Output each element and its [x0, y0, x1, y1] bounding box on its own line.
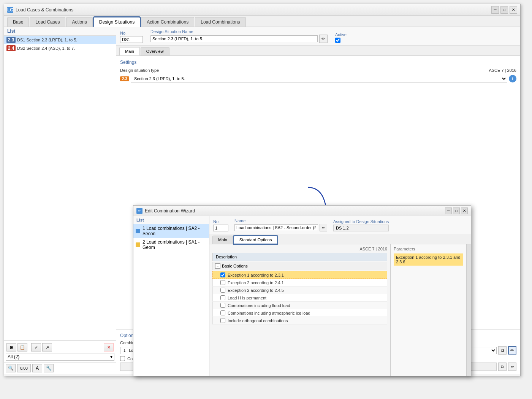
window-title: Load Cases & Combinations [16, 7, 73, 13]
option-row-4: Combinations including flood load [212, 302, 387, 309]
tab-load-combinations[interactable]: Load Combinations [195, 17, 245, 27]
no-input[interactable] [120, 36, 143, 43]
edit-icon: ✏ [510, 348, 514, 353]
list-item-ds1[interactable]: 2.3 DS1 Section 2.3 (LRFD), 1. to 5. [4, 36, 116, 44]
no-field: No. [120, 31, 143, 43]
dialog-no-label: No. [213, 219, 228, 224]
ds-badge: 2.3 [120, 76, 129, 81]
option-row-1: Exception 2 according to 2.4.1 [212, 279, 387, 287]
dialog-right-panel: No. Name ✏ Assigned to Design Situations… [209, 216, 471, 376]
option-row-3: Load H is permanent [212, 294, 387, 302]
option-checkbox-0[interactable] [220, 272, 225, 277]
dialog-tab-main[interactable]: Main [212, 236, 233, 244]
lower-copy-btn[interactable]: ⧉ [498, 363, 507, 371]
main-tab-bar: Base Load Cases Actions Design Situation… [4, 16, 520, 27]
design-type-dropdown-row: 2.3 Section 2.3 (LRFD), 1. to 5. i [120, 75, 516, 82]
list-header: List [4, 27, 116, 36]
tab-actions[interactable]: Actions [66, 17, 92, 27]
design-type-label: Design situation type [120, 68, 159, 73]
dialog-controls: ─ □ ✕ [445, 207, 468, 214]
dialog-no-field: No. [213, 219, 228, 231]
bottom-toolbar: 🔍 0.00 A 🔧 [4, 362, 116, 374]
active-checkbox[interactable] [335, 38, 340, 43]
settings-title: Settings [120, 60, 516, 65]
item-color-1 [136, 229, 140, 233]
option-checkbox-6[interactable] [220, 318, 225, 323]
dialog-tab-standard-options[interactable]: Standard Options [234, 236, 278, 244]
numeric-button[interactable]: 0.00 [17, 364, 31, 372]
badge-ds1: 2.3 [6, 37, 16, 43]
dialog-list-header: List [133, 216, 209, 224]
edit-combination-wizard-dialog: ✏ Edit Combination Wizard ─ □ ✕ List 1 L… [133, 205, 471, 376]
list-item-text-ds1: DS1 Section 2.3 (LRFD), 1. to 5. [17, 38, 77, 42]
dialog-title-left: ✏ Edit Combination Wizard [136, 208, 195, 214]
dialog-name-input[interactable] [234, 224, 318, 231]
right-header: No. Design Situation Name ✏ Active [116, 27, 520, 46]
dialog-list-item-1[interactable]: 1 Load combinations | SA2 - Secon [133, 224, 209, 238]
tab-main[interactable]: Main [119, 47, 140, 55]
text-button[interactable]: A [32, 364, 42, 372]
delete-button[interactable]: ✕ [104, 343, 114, 352]
item-color-2 [136, 242, 140, 247]
open-button[interactable]: 📋 [17, 343, 27, 352]
design-type-row: Design situation type ASCE 7 | 2016 [120, 68, 516, 73]
dialog-close-button[interactable]: ✕ [461, 207, 468, 214]
info-button[interactable]: i [509, 75, 516, 82]
dialog-name-edit-button[interactable]: ✏ [320, 224, 327, 231]
wizard-edit-button[interactable]: ✏ [508, 346, 516, 355]
option-checkbox-1[interactable] [220, 280, 225, 285]
dialog-content: ASCE 7 | 2016 Description − Basic Option… [209, 244, 471, 376]
dialog-assigned-field: Assigned to Design Situations DS 1,2 [333, 219, 389, 231]
minimize-button[interactable]: ─ [491, 6, 499, 14]
dialog-no-input[interactable] [213, 225, 228, 231]
close-button[interactable]: ✕ [510, 6, 517, 14]
settings-button[interactable]: 🔧 [44, 364, 54, 372]
left-panel: List 2.3 DS1 Section 2.3 (LRFD), 1. to 5… [4, 27, 116, 374]
option-checkbox-4[interactable] [220, 303, 225, 308]
option-label-5: Combinations including atmospheric ice l… [228, 311, 310, 315]
all-dropdown-label: All (2) [8, 354, 19, 359]
design-type-select[interactable]: Section 2.3 (LRFD), 1. to 5. [131, 75, 507, 82]
lower-edit-btn[interactable]: ✏ [508, 363, 516, 371]
wizard-copy-button[interactable]: ⧉ [498, 346, 507, 355]
option-label-3: Load H is permanent [228, 296, 266, 300]
export-button[interactable]: ↗ [42, 343, 52, 352]
dialog-name-row: ✏ [234, 224, 327, 231]
dialog-name-label: Name [234, 218, 327, 223]
search-button[interactable]: 🔍 [6, 364, 16, 372]
description-header: Description [212, 253, 387, 261]
collapse-icon[interactable]: − [215, 263, 220, 269]
check-button[interactable]: ✓ [31, 343, 41, 352]
tab-action-combinations[interactable]: Action Combinations [141, 17, 194, 27]
consider-checkbox[interactable] [120, 356, 125, 361]
tab-base[interactable]: Base [7, 17, 29, 27]
all-dropdown[interactable]: All (2) ▾ [6, 353, 114, 361]
list-item-text-ds2: DS2 Section 2.4 (ASD), 1. to 7. [17, 46, 75, 51]
tab-design-situations[interactable]: Design Situations [93, 17, 140, 27]
tab-overview[interactable]: Overview [141, 47, 169, 55]
settings-body: Settings Design situation type ASCE 7 | … [116, 56, 520, 89]
basic-options-header[interactable]: − Basic Options [212, 262, 387, 270]
title-bar-left: LC Load Cases & Combinations [7, 7, 73, 13]
inner-tab-bar: Main Overview [116, 46, 520, 56]
new-item-button[interactable]: ⊞ [6, 343, 16, 352]
option-checkbox-3[interactable] [220, 295, 225, 300]
dialog-assigned-label: Assigned to Design Situations [333, 219, 389, 224]
list-item-ds2[interactable]: 2.4 DS2 Section 2.4 (ASD), 1. to 7. [4, 44, 116, 52]
dialog-list-item-2[interactable]: 2 Load combinations | SA1 - Geom [133, 238, 209, 252]
maximize-button[interactable]: □ [500, 6, 508, 14]
option-checkbox-5[interactable] [220, 310, 225, 315]
option-label-4: Combinations including flood load [228, 303, 290, 308]
dialog-minimize-button[interactable]: ─ [445, 207, 452, 214]
scrollbar[interactable] [466, 244, 471, 376]
name-input[interactable] [150, 35, 318, 42]
dialog-header: No. Name ✏ Assigned to Design Situations… [209, 216, 471, 234]
option-checkbox-2[interactable] [220, 288, 225, 293]
design-type-value: ASCE 7 | 2016 [489, 68, 516, 73]
tab-load-cases[interactable]: Load Cases [30, 17, 65, 27]
option-label-1: Exception 2 according to 2.4.1 [228, 280, 284, 285]
name-edit-button[interactable]: ✏ [319, 35, 328, 43]
dialog-maximize-button[interactable]: □ [453, 207, 460, 214]
option-label-0: Exception 1 according to 2.3.1 [228, 273, 284, 277]
option-row-2: Exception 2 according to 2.4.5 [212, 287, 387, 294]
